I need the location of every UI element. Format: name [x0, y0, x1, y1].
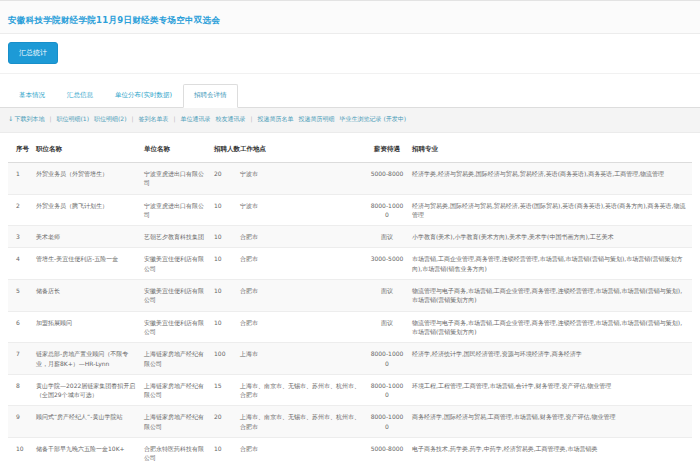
cell-count: 10	[210, 280, 236, 312]
cell-no: 9	[8, 406, 32, 438]
export-link-8[interactable]: 投递简历明细	[299, 115, 335, 122]
job-row-1: 1外贸业务员（外贸管培生）宁波亚虎进出口有限公司20宁波市5000-8000经济…	[8, 163, 692, 195]
cell-company: 宁波亚虎进出口有限公司	[140, 163, 210, 195]
export-link-5[interactable]: 单位通讯录	[181, 115, 211, 122]
export-link-9[interactable]: 毕业生浏览记录 (开发中)	[340, 115, 407, 122]
cell-title: 顾问式“房产经纪人”-黄山学院站	[32, 406, 140, 438]
tab-2[interactable]: 汇总信息	[56, 84, 104, 108]
cell-count: 20	[210, 406, 236, 438]
cell-no: 5	[8, 280, 32, 312]
col-header-7: 招聘专业	[408, 137, 692, 163]
cell-location: 合肥市	[236, 248, 366, 280]
job-table: 序号职位名称单位名称招聘人数工作地点薪资待遇招聘专业 1外贸业务员（外贸管培生）…	[8, 137, 692, 467]
export-link-7[interactable]: 投递简历名单	[258, 115, 294, 122]
page-title: 安徽科技学院财经学院11月9日财经类专场空中双选会	[8, 15, 220, 25]
table-header-row: 序号职位名称单位名称招聘人数工作地点薪资待遇招聘专业	[8, 137, 692, 163]
cell-company: 安徽美宜佳便利店有限公司	[140, 280, 210, 312]
cell-majors: 商务经济学,国际经济与贸易,工商管理,市场营销,财务管理,资产评估,物业管理	[408, 406, 692, 438]
cell-count: 10	[210, 311, 236, 343]
job-row-3: 3美术老师艺朝艺夕教育科技集团10合肥市面议小学教育(美术),小学教育(美术方向…	[8, 226, 692, 248]
tab-bar: 基本情况汇总信息单位分布(实时数据)招聘会详情	[0, 74, 700, 108]
export-link-4[interactable]: 签到名单表	[139, 115, 169, 122]
cell-location: 合肥市	[236, 280, 366, 312]
cell-location: 上海市、南京市、无锡市、苏州市、杭州市、合肥市	[236, 406, 366, 438]
cell-title: 储备干部早九晚六五险一金10K+	[32, 438, 140, 467]
cell-salary: 5000-8000	[366, 438, 408, 467]
cell-company: 安徽美宜佳便利店有限公司	[140, 248, 210, 280]
cell-company: 上海链家房地产经纪有限公司	[140, 374, 210, 406]
cell-location: 合肥市	[236, 311, 366, 343]
cell-salary: 8000-10000	[366, 194, 408, 226]
cell-location: 合肥市	[236, 438, 366, 467]
cell-majors: 电子商务技术,药学类,药学,中药学,经济贸易类,工商管理类,市场营销类	[408, 438, 692, 467]
cell-no: 1	[8, 163, 32, 195]
cell-location: 上海市	[236, 343, 366, 375]
cell-salary: 面议	[366, 280, 408, 312]
cell-count: 15	[210, 374, 236, 406]
cell-title: 美术老师	[32, 226, 140, 248]
tab-1[interactable]: 基本情况	[8, 84, 56, 108]
separator: |	[174, 115, 176, 122]
job-row-4: 4管培生-美宜佳便利店-五险一金安徽美宜佳便利店有限公司10合肥市3000-50…	[8, 248, 692, 280]
cell-majors: 环境工程,工程管理,工商管理,市场营销,会计学,财务管理,资产评估,物业管理	[408, 374, 692, 406]
cell-count: 10	[210, 194, 236, 226]
summary-stats-button[interactable]: 汇总统计	[8, 42, 58, 64]
cell-location: 上海市、南京市、无锡市、苏州市、杭州市、合肥市	[236, 374, 366, 406]
job-row-6: 6加盟拓展顾问安徽美宜佳便利店有限公司10合肥市面议物流管理与电子商务,市场营销…	[8, 311, 692, 343]
cell-company: 合肥永特医药科技有限公司	[140, 438, 210, 467]
cell-majors: 小学教育(美术),小学教育(美术方向),美术学,美术学(中国书画方向),工艺美术	[408, 226, 692, 248]
cell-no: 3	[8, 226, 32, 248]
cell-salary: 面议	[366, 311, 408, 343]
cell-majors: 经济与贸易类,国际经济与贸易,贸易经济,英语(国际贸易),英语(商务英语),英语…	[408, 194, 692, 226]
col-header-4: 招聘人数	[210, 137, 236, 163]
cell-salary: 8000-10000	[366, 343, 408, 375]
cell-company: 宁波亚虎进出口有限公司	[140, 194, 210, 226]
cell-no: 8	[8, 374, 32, 406]
job-row-2: 2外贸业务员（腾飞计划生）宁波亚虎进出口有限公司10宁波市8000-10000经…	[8, 194, 692, 226]
separator: |	[49, 115, 51, 122]
job-row-10: 10储备干部早九晚六五险一金10K+合肥永特医药科技有限公司10合肥市5000-…	[8, 438, 692, 467]
cell-no: 7	[8, 343, 32, 375]
cell-company: 上海链家房地产经纪有限公司	[140, 343, 210, 375]
title-bar: 安徽科技学院财经学院11月9日财经类专场空中双选会	[0, 0, 700, 34]
cell-count: 10	[210, 226, 236, 248]
cell-location: 宁波市	[236, 163, 366, 195]
cell-salary: 5000-8000	[366, 163, 408, 195]
cell-count: 10	[210, 438, 236, 467]
col-header-1: 序号	[8, 137, 32, 163]
job-row-7: 7链家总部-房地产置业顾问（不限专业，月薪8K+）—HR-Lynn上海链家房地产…	[8, 343, 692, 375]
cell-majors: 经济学类,经济与贸易类,国际经济与贸易,贸易经济,英语(商务英语),商务英语,工…	[408, 163, 692, 195]
export-link-6[interactable]: 校友通讯录	[216, 115, 246, 122]
tab-3[interactable]: 单位分布(实时数据)	[104, 84, 183, 108]
job-row-8: 8黄山学院—2022届链家集团春招开启（全国29个城市可选）上海链家房地产经纪有…	[8, 374, 692, 406]
cell-salary: 3000-5000	[366, 248, 408, 280]
export-link-1[interactable]: ↓下载到本地	[8, 115, 44, 122]
cell-company: 安徽美宜佳便利店有限公司	[140, 311, 210, 343]
cell-no: 2	[8, 194, 32, 226]
col-header-6: 薪资待遇	[366, 137, 408, 163]
cell-count: 100	[210, 343, 236, 375]
cell-title: 储备店长	[32, 280, 140, 312]
cell-majors: 物流管理与电子商务,市场营销,工商企业管理,商务管理,连锁经营管理,市场营销,市…	[408, 311, 692, 343]
cell-salary: 8000-10000	[366, 406, 408, 438]
export-link-2[interactable]: 职位明细(1)	[56, 115, 89, 122]
cell-title: 加盟拓展顾问	[32, 311, 140, 343]
cell-no: 6	[8, 311, 32, 343]
job-table-wrap: 序号职位名称单位名称招聘人数工作地点薪资待遇招聘专业 1外贸业务员（外贸管培生）…	[0, 133, 700, 467]
cell-salary: 8000-10000	[366, 374, 408, 406]
download-icon: ↓	[8, 115, 13, 123]
tab-4[interactable]: 招聘会详情	[183, 84, 238, 108]
export-actions-bar: ↓下载到本地|职位明细(1)职位明细(2)|签到名单表|单位通讯录校友通讯录|投…	[0, 108, 700, 133]
col-header-2: 职位名称	[32, 137, 140, 163]
cell-majors: 经济学,经济统计学,国民经济管理,资源与环境经济学,商务经济学	[408, 343, 692, 375]
export-link-3[interactable]: 职位明细(2)	[94, 115, 127, 122]
cell-title: 黄山学院—2022届链家集团春招开启（全国29个城市可选）	[32, 374, 140, 406]
cell-salary: 面议	[366, 226, 408, 248]
cell-majors: 物流管理与电子商务,市场营销,工商企业管理,商务管理,连锁经营管理,市场营销,市…	[408, 280, 692, 312]
cell-no: 4	[8, 248, 32, 280]
cell-company: 上海链家房地产经纪有限公司	[140, 406, 210, 438]
cell-count: 10	[210, 248, 236, 280]
cell-count: 20	[210, 163, 236, 195]
job-row-5: 5储备店长安徽美宜佳便利店有限公司10合肥市面议物流管理与电子商务,市场营销,工…	[8, 280, 692, 312]
separator: |	[131, 115, 133, 122]
